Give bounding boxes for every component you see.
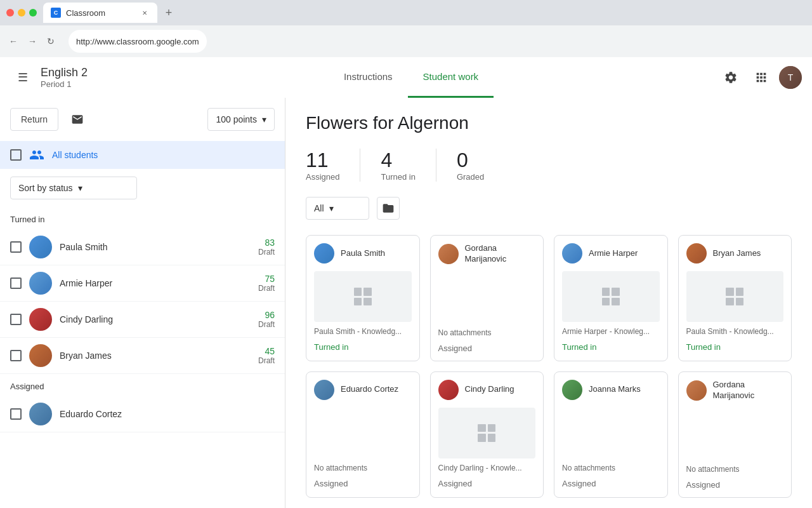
browser-nav: ← → ↻ http://www.classroom.google.com — [0, 25, 812, 57]
nav-tabs: Instructions Student work — [104, 57, 718, 98]
main-content: Return 100 points ▾ All students — [0, 98, 812, 508]
sort-bar: Sort by status ▾ — [0, 169, 285, 207]
folder-button[interactable] — [377, 197, 400, 220]
student-avatar — [29, 308, 52, 331]
card-status: Assigned — [679, 476, 792, 497]
card-thumbnail-empty — [686, 409, 784, 460]
maximize-window-btn[interactable] — [29, 9, 37, 17]
card-header: Bryan James — [679, 236, 792, 271]
card-header: Gordana Marijanovic — [431, 236, 544, 272]
email-button[interactable] — [66, 108, 89, 131]
assignment-title: Flowers for Algernon — [306, 113, 792, 133]
doc-icon — [478, 424, 495, 442]
all-students-label[interactable]: All students — [52, 150, 98, 160]
doc-icon — [602, 288, 620, 305]
student-row[interactable]: Cindy Darling 96 Draft — [0, 302, 285, 338]
all-students-checkbox[interactable] — [10, 149, 22, 161]
student-score: 83 Draft — [258, 237, 275, 257]
student-avatar — [29, 403, 52, 425]
card-thumbnail-empty — [438, 272, 536, 323]
minimize-window-btn[interactable] — [18, 9, 25, 17]
all-students-row[interactable]: All students — [0, 141, 285, 169]
student-checkbox[interactable] — [10, 408, 22, 420]
tab-instructions[interactable]: Instructions — [329, 57, 408, 98]
student-card[interactable]: Armie Harper Armie Harper - Knowleg... T… — [554, 235, 668, 361]
back-btn[interactable]: ← — [6, 34, 20, 49]
card-student-name: Gordana Marijanovic — [465, 243, 536, 265]
browser-chrome: C Classroom ✕ + ← → ↻ http://www.classro… — [0, 0, 812, 57]
stat-turned-in: 4 Turned in — [381, 149, 436, 182]
student-row[interactable]: Armie Harper 75 Draft — [0, 265, 285, 302]
card-avatar — [438, 244, 459, 264]
card-header: Eduardo Cortez — [306, 372, 419, 408]
apps-btn[interactable] — [749, 65, 774, 90]
card-status: Turned in — [306, 338, 419, 359]
card-student-name: Joanna Marks — [589, 384, 641, 395]
student-card[interactable]: Eduardo Cortez No attachments Assigned — [306, 371, 420, 498]
new-tab-btn[interactable]: + — [160, 4, 178, 22]
card-student-name: Eduardo Cortez — [341, 384, 398, 395]
student-card[interactable]: Cindy Darling Cindy Darling - Knowle... … — [430, 371, 544, 498]
settings-btn[interactable] — [718, 65, 743, 90]
tab-close-btn[interactable]: ✕ — [140, 8, 150, 18]
student-row[interactable]: Eduardo Cortez — [0, 396, 285, 432]
traffic-lights — [6, 9, 37, 17]
user-avatar[interactable]: T — [779, 66, 802, 89]
student-card[interactable]: Paula Smith Paula Smith - Knowledg... Tu… — [306, 235, 420, 361]
chevron-down-icon: ▾ — [329, 203, 334, 213]
filter-dropdown[interactable]: All ▾ — [306, 197, 369, 220]
email-icon — [71, 113, 84, 126]
student-card[interactable]: Bryan James Paula Smith - Knowledg... Tu… — [678, 235, 792, 361]
cards-grid: Paula Smith Paula Smith - Knowledg... Tu… — [306, 235, 792, 498]
card-avatar — [686, 243, 707, 264]
student-card[interactable]: Gordana Marijanovic No attachments Assig… — [430, 235, 544, 361]
browser-titlebar: C Classroom ✕ + — [0, 0, 812, 25]
card-doc-label: No attachments — [679, 460, 792, 476]
card-thumbnail-empty — [314, 408, 412, 458]
student-score: 96 Draft — [258, 310, 275, 329]
tab-student-work[interactable]: Student work — [408, 57, 494, 98]
card-thumbnail-empty — [562, 408, 660, 458]
card-thumbnail — [438, 408, 536, 458]
student-row[interactable]: Bryan James 45 Draft — [0, 338, 285, 374]
card-header: Joanna Marks — [554, 372, 667, 408]
points-selector[interactable]: 100 points ▾ — [207, 108, 275, 131]
return-button[interactable]: Return — [10, 108, 58, 131]
card-doc-label: No attachments — [431, 323, 544, 340]
stats-row: 11 Assigned 4 Turned in 0 Graded — [306, 149, 792, 182]
student-card[interactable]: Joanna Marks No attachments Assigned — [554, 371, 668, 498]
card-header: Paula Smith — [306, 236, 419, 271]
app: ☰ English 2 Period 1 Instructions Studen… — [0, 57, 812, 508]
card-thumbnail — [562, 271, 660, 322]
app-title: English 2 — [41, 66, 104, 79]
close-window-btn[interactable] — [6, 9, 14, 17]
address-bar[interactable]: http://www.classroom.google.com — [69, 30, 207, 53]
folder-icon — [382, 202, 395, 215]
browser-tab[interactable]: C Classroom ✕ — [43, 3, 157, 23]
forward-btn[interactable]: → — [25, 34, 39, 49]
stat-assigned: 11 Assigned — [306, 149, 360, 182]
hamburger-menu-btn[interactable]: ☰ — [10, 65, 36, 90]
sidebar: Return 100 points ▾ All students — [0, 98, 285, 508]
student-row[interactable]: Paula Smith 83 Draft — [0, 229, 285, 265]
student-checkbox[interactable] — [10, 350, 22, 361]
url-text: http://www.classroom.google.com — [76, 37, 199, 46]
student-checkbox[interactable] — [10, 314, 22, 325]
card-student-name: Armie Harper — [589, 248, 638, 259]
card-status: Assigned — [306, 475, 419, 496]
card-header: Armie Harper — [554, 236, 667, 271]
sort-by-status-dropdown[interactable]: Sort by status ▾ — [10, 177, 137, 199]
apps-icon — [754, 70, 768, 84]
reload-btn[interactable]: ↻ — [44, 34, 57, 49]
doc-icon — [354, 288, 372, 305]
card-doc-label: No attachments — [306, 458, 419, 475]
student-checkbox[interactable] — [10, 241, 22, 253]
card-header: Cindy Darling — [431, 372, 544, 408]
student-card[interactable]: Gordana Marijanovic No attachments Assig… — [678, 371, 792, 498]
student-checkbox[interactable] — [10, 277, 22, 289]
card-doc-label: No attachments — [554, 458, 667, 475]
tab-title: Classroom — [66, 8, 134, 18]
chevron-down-icon: ▾ — [78, 183, 82, 193]
app-subtitle: Period 1 — [41, 79, 104, 89]
card-status: Assigned — [431, 340, 544, 361]
